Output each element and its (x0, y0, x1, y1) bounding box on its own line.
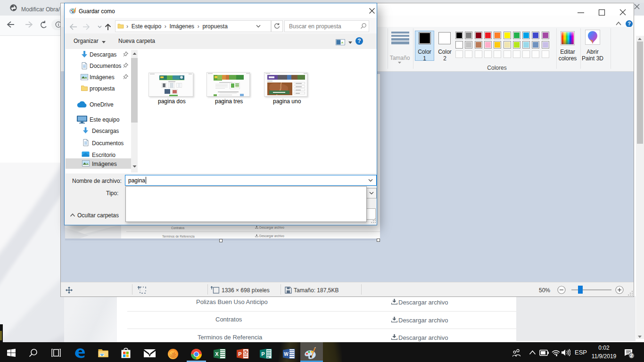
svg-text:X: X (215, 351, 219, 357)
svg-text:2: 2 (630, 353, 633, 358)
svg-text:P: P (261, 351, 264, 357)
svg-text:W: W (284, 352, 289, 357)
svg-text:P: P (238, 351, 241, 357)
